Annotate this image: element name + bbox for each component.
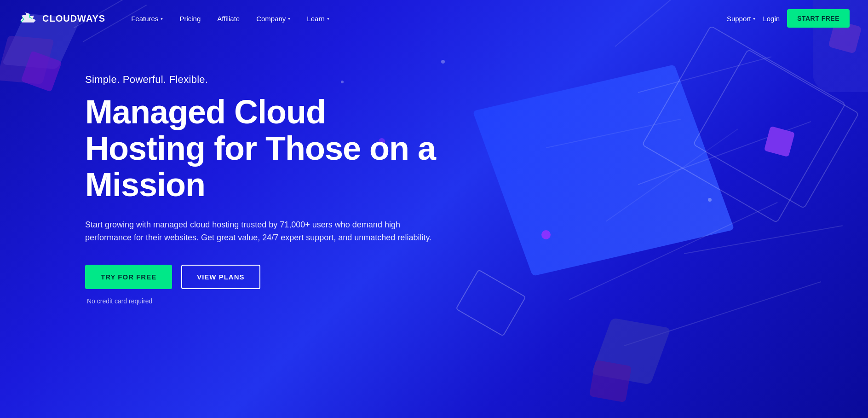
hero-section: CLOUDWAYS Features ▾ Pricing Affiliate C…	[0, 0, 868, 418]
cube-shape-3	[21, 51, 62, 92]
small-dot-3	[708, 198, 712, 202]
hero-title: Managed Cloud Hosting for Those on a Mis…	[85, 94, 453, 203]
view-plans-button[interactable]: VIEW PLANS	[181, 265, 260, 289]
line-deco-8	[546, 119, 681, 148]
rect-right	[472, 64, 734, 276]
line-deco-10	[606, 128, 738, 221]
login-button[interactable]: Login	[763, 15, 780, 23]
learn-dropdown-icon: ▾	[327, 16, 329, 21]
cube-br-2	[589, 360, 632, 403]
support-dropdown-icon: ▾	[753, 16, 755, 21]
accent-square	[764, 126, 795, 157]
hex-outline-2	[642, 25, 846, 223]
try-for-free-button[interactable]: TRY FOR FREE	[85, 265, 172, 289]
company-dropdown-icon: ▾	[288, 16, 290, 21]
dot-1	[541, 230, 551, 239]
hero-description: Start growing with managed cloud hosting…	[85, 218, 444, 245]
nav-affiliate[interactable]: Affiliate	[210, 11, 247, 26]
line-deco-3	[638, 56, 771, 93]
small-hex-1	[455, 269, 526, 337]
nav-learn[interactable]: Learn ▾	[299, 11, 336, 26]
logo[interactable]: CLOUDWAYS	[18, 11, 105, 26]
hero-content: Simple. Powerful. Flexible. Managed Clou…	[85, 74, 453, 305]
nav-links: Features ▾ Pricing Affiliate Company ▾ L…	[124, 11, 727, 26]
cloudways-logo-icon	[18, 11, 38, 26]
nav-right: Support ▾ Login START FREE	[727, 9, 850, 28]
line-deco-6	[569, 202, 778, 300]
nav-company[interactable]: Company ▾	[249, 11, 298, 26]
small-dot-1	[441, 60, 445, 64]
hero-tagline: Simple. Powerful. Flexible.	[85, 74, 453, 86]
support-button[interactable]: Support ▾	[727, 15, 756, 23]
features-dropdown-icon: ▾	[161, 16, 163, 21]
cube-shape-2	[0, 35, 54, 84]
hero-buttons: TRY FOR FREE VIEW PLANS	[85, 265, 453, 289]
navbar: CLOUDWAYS Features ▾ Pricing Affiliate C…	[0, 0, 868, 37]
line-deco-5	[684, 225, 843, 254]
start-free-button[interactable]: START FREE	[787, 9, 850, 28]
nav-pricing[interactable]: Pricing	[172, 11, 208, 26]
line-deco-7	[624, 281, 821, 346]
line-deco-4	[638, 121, 811, 185]
logo-text: CLOUDWAYS	[42, 13, 105, 24]
nav-features[interactable]: Features ▾	[124, 11, 170, 26]
hex-outline-1	[693, 49, 859, 209]
cube-br-1	[591, 318, 671, 384]
no-credit-card-label: No credit card required	[87, 297, 453, 305]
